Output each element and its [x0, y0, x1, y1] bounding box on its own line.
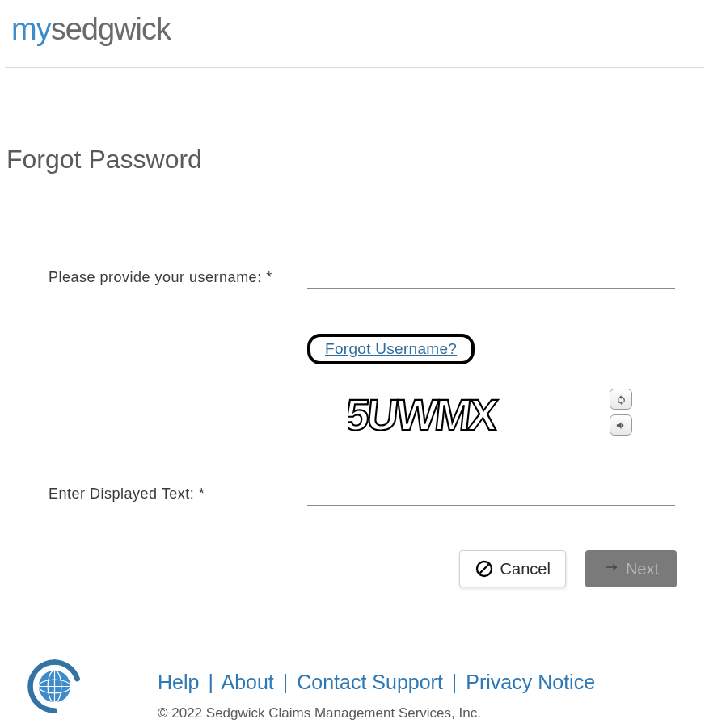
- logo: mysedgwick: [11, 12, 698, 47]
- cancel-button[interactable]: Cancel: [459, 550, 566, 587]
- footer-link-contact[interactable]: Contact Support: [297, 671, 443, 693]
- next-button[interactable]: Next: [585, 550, 677, 587]
- next-label: Next: [626, 560, 659, 579]
- username-input[interactable]: [307, 267, 675, 289]
- arrow-right-icon: [603, 559, 619, 579]
- captcha-input-row: Enter Displayed Text: *: [49, 484, 677, 506]
- captcha-label: Enter Displayed Text: *: [49, 486, 307, 503]
- footer: Help | About | Contact Support | Privacy…: [0, 656, 709, 728]
- header: mysedgwick: [0, 0, 709, 67]
- captcha-refresh-button[interactable]: [610, 389, 632, 410]
- copyright-text: © 2022 Sedgwick Claims Management Servic…: [158, 705, 595, 722]
- footer-link-privacy[interactable]: Privacy Notice: [466, 671, 595, 693]
- footer-link-help[interactable]: Help: [158, 671, 199, 693]
- footer-link-about[interactable]: About: [221, 671, 273, 693]
- username-label: Please provide your username: *: [49, 269, 307, 286]
- captcha-audio-button[interactable]: [610, 414, 632, 436]
- captcha-svg: 5UWMX: [348, 391, 566, 440]
- svg-text:5UWMX: 5UWMX: [348, 391, 500, 439]
- captcha-image: 5UWMX: [323, 387, 590, 444]
- footer-separator: |: [452, 671, 458, 693]
- username-row: Please provide your username: *: [49, 267, 677, 289]
- cancel-label: Cancel: [500, 560, 551, 579]
- footer-content: Help | About | Contact Support | Privacy…: [158, 656, 595, 722]
- cancel-icon: [475, 559, 494, 579]
- logo-prefix: my: [11, 12, 51, 46]
- footer-links: Help | About | Contact Support | Privacy…: [158, 671, 595, 694]
- footer-globe-icon: [24, 656, 85, 717]
- footer-separator: |: [283, 671, 289, 693]
- logo-suffix: sedgwick: [51, 12, 171, 46]
- captcha-input[interactable]: [307, 484, 675, 506]
- captcha-row: 5UWMX: [323, 387, 677, 444]
- forgot-username-link[interactable]: Forgot Username?: [325, 340, 457, 357]
- audio-icon: [615, 419, 627, 431]
- forgot-username-row: Forgot Username?: [307, 334, 677, 364]
- svg-line-2: [479, 565, 488, 574]
- forgot-password-form: Please provide your username: * Forgot U…: [0, 175, 709, 587]
- captcha-controls: [610, 389, 632, 436]
- page-title: Forgot Password: [0, 68, 709, 175]
- refresh-icon: [615, 393, 627, 406]
- action-row: Cancel Next: [49, 550, 677, 587]
- forgot-username-highlight: Forgot Username?: [307, 334, 475, 364]
- footer-separator: |: [208, 671, 213, 693]
